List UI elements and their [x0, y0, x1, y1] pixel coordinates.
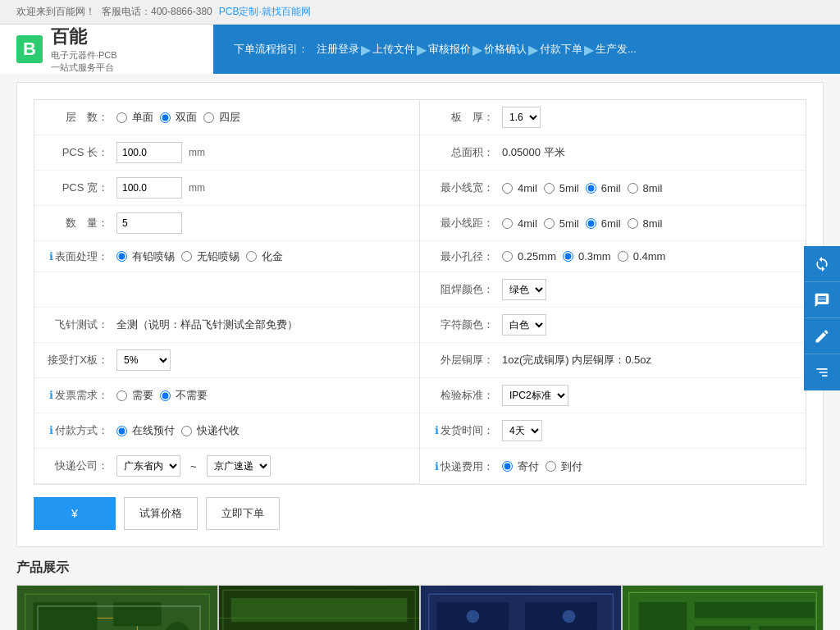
trace-6mil-radio[interactable]	[586, 183, 596, 194]
delivery-select[interactable]: 4天2天3天5天7天	[502, 420, 542, 441]
layer-double-label[interactable]: 双面	[160, 110, 197, 125]
payment-label: ℹ付款方式：	[43, 423, 116, 438]
float-refresh-button[interactable]	[804, 246, 840, 282]
trace-5mil-label[interactable]: 5mil	[544, 182, 579, 194]
check-std-select[interactable]: IPC2标准IPC3标准	[502, 385, 568, 406]
nav-step-3[interactable]: 审核报价	[428, 42, 471, 57]
solder-color-select[interactable]: 绿色红色蓝色黄色白色黑色	[502, 279, 546, 300]
layer-double-radio[interactable]	[160, 112, 171, 123]
float-chat-button[interactable]	[804, 282, 840, 318]
surface-gold-radio[interactable]	[246, 251, 257, 262]
product-item-1[interactable]	[16, 585, 218, 630]
pcs-length-input[interactable]	[116, 142, 182, 163]
gap-4mil-radio[interactable]	[502, 218, 513, 229]
surface-label: ℹ表面处理：	[43, 249, 116, 264]
hole-025-radio[interactable]	[502, 251, 513, 262]
float-edit-button[interactable]	[804, 318, 840, 354]
gap-6mil-radio[interactable]	[586, 218, 596, 229]
pcs-width-input[interactable]	[116, 177, 182, 199]
trace-5mil-radio[interactable]	[544, 183, 555, 194]
gap-4mil-label[interactable]: 4mil	[502, 217, 537, 230]
surface-leaded-radio[interactable]	[116, 251, 127, 262]
product-item-3[interactable]	[420, 585, 622, 630]
calc-price-button[interactable]: 试算价格	[124, 497, 198, 530]
min-hole-row: 最小孔径： 0.25mm 0.3mm 0.4mm	[420, 241, 806, 272]
surface-gold-label[interactable]: 化金	[246, 249, 283, 264]
surface-leadfree-label[interactable]: 无铅喷锡	[181, 249, 240, 264]
layer-single-label[interactable]: 单面	[116, 110, 153, 125]
invoice-info-icon[interactable]: ℹ	[49, 389, 53, 401]
gap-5mil-radio[interactable]	[544, 218, 555, 229]
payment-cod-radio[interactable]	[181, 426, 192, 436]
surface-leaded-label[interactable]: 有铅喷锡	[116, 249, 175, 264]
payment-online-label[interactable]: 在线预付	[116, 423, 175, 438]
nav-step-6[interactable]: 生产发...	[596, 42, 637, 57]
nav-step-2[interactable]: 上传文件	[372, 42, 415, 57]
gap-8mil-radio[interactable]	[628, 218, 638, 229]
gap-8mil-label[interactable]: 8mil	[628, 217, 663, 230]
hole-03-label[interactable]: 0.3mm	[563, 250, 611, 262]
fly-test-value: 全测（说明：样品飞针测试全部免费）	[116, 317, 298, 332]
product-item-2[interactable]	[218, 585, 420, 630]
surface-info-icon[interactable]: ℹ	[49, 250, 53, 262]
layer-four-label[interactable]: 四层	[203, 110, 240, 125]
trace-6mil-label[interactable]: 6mil	[586, 182, 621, 194]
accept-select[interactable]: 5%10%15%不接受	[116, 349, 171, 371]
fly-test-controls: 全测（说明：样品飞针测试全部免费）	[116, 317, 411, 332]
place-order-button[interactable]: 立即下单	[206, 497, 280, 530]
gap-5mil-label[interactable]: 5mil	[544, 217, 579, 230]
min-trace-label: 最小线宽：	[428, 180, 502, 195]
trace-8mil-label[interactable]: 8mil	[628, 182, 663, 194]
express-region-select[interactable]: 广东省内全国	[116, 455, 180, 477]
logo-area: B 百能 电子元器件·PCB 一站式服务平台	[0, 25, 213, 74]
outer-copper-label: 外层铜厚：	[428, 353, 502, 368]
nav-step-5[interactable]: 付款下单	[540, 42, 582, 57]
thickness-select[interactable]: 1.60.60.81.01.22.0	[502, 107, 541, 128]
float-top-button[interactable]	[804, 354, 840, 390]
char-color-controls: 白色黄色黑色	[502, 314, 797, 336]
shipping-cod-radio[interactable]	[546, 461, 556, 472]
hole-03-radio[interactable]	[563, 251, 573, 262]
gap-6mil-label[interactable]: 6mil	[586, 217, 621, 230]
qty-controls	[116, 212, 411, 234]
shipping-prepay-radio[interactable]	[502, 461, 513, 472]
shipping-label: ℹ快递费用：	[428, 459, 502, 474]
header: B 百能 电子元器件·PCB 一站式服务平台 下单流程指引： 注册登录 ▶ 上传…	[0, 25, 840, 74]
surface-leadfree-radio[interactable]	[181, 251, 192, 262]
layer-four-radio[interactable]	[203, 112, 214, 123]
invoice-no-label[interactable]: 不需要	[160, 388, 208, 403]
layer-single-radio[interactable]	[116, 112, 127, 123]
hole-04-label[interactable]: 0.4mm	[618, 250, 666, 262]
price-icon-button[interactable]: ¥	[34, 497, 116, 530]
char-color-select[interactable]: 白色黄色黑色	[502, 314, 546, 336]
payment-cod-label[interactable]: 快递代收	[181, 423, 240, 438]
payment-info-icon[interactable]: ℹ	[49, 424, 53, 436]
shipping-controls: 寄付 到付	[502, 459, 797, 474]
invoice-no-radio[interactable]	[160, 390, 171, 401]
trace-4mil-radio[interactable]	[502, 183, 513, 194]
solder-color-row: 阻焊颜色： 绿色红色蓝色黄色白色黑色	[420, 272, 806, 308]
express-row: 快递公司： 广东省内全国 ~ 京广速递顺丰申通圆通	[34, 449, 420, 484]
payment-row: ℹ付款方式： 在线预付 快递代收	[34, 413, 420, 449]
shipping-prepay-label[interactable]: 寄付	[502, 459, 539, 474]
invoice-yes-label[interactable]: 需要	[116, 388, 153, 403]
product-item-4[interactable]	[622, 585, 824, 630]
nav-step-1[interactable]: 注册登录	[317, 42, 359, 57]
delivery-info-icon[interactable]: ℹ	[435, 424, 439, 436]
express-company-select[interactable]: 京广速递顺丰申通圆通	[207, 455, 271, 477]
pcb-link[interactable]: PCB定制·就找百能网	[219, 5, 311, 19]
invoice-yes-radio[interactable]	[116, 390, 127, 401]
min-gap-controls: 4mil 5mil 6mil 8mil	[502, 217, 797, 230]
trace-4mil-label[interactable]: 4mil	[502, 182, 537, 194]
hole-025-label[interactable]: 0.25mm	[502, 250, 556, 262]
payment-online-radio[interactable]	[116, 426, 127, 436]
area-controls: 0.05000 平米	[502, 145, 797, 160]
qty-input[interactable]	[116, 212, 182, 234]
hole-04-radio[interactable]	[618, 251, 628, 262]
trace-8mil-radio[interactable]	[628, 183, 638, 194]
area-value: 0.05000 平米	[502, 145, 565, 160]
shipping-cod-label[interactable]: 到付	[546, 459, 582, 474]
shipping-info-icon[interactable]: ℹ	[435, 460, 439, 472]
nav-step-4[interactable]: 价格确认	[484, 42, 527, 57]
svg-point-5	[166, 622, 189, 630]
